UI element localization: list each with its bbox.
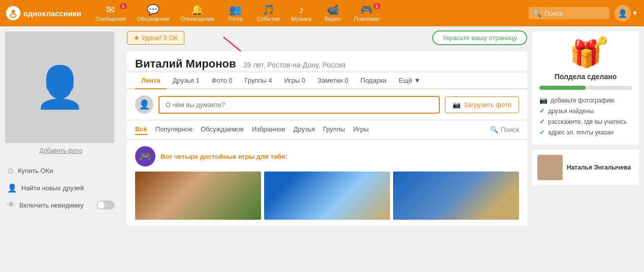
sidebar-buy-ok[interactable]: ⊙ Купить ОКи [5,162,117,180]
top-navigation: одноклассники ✉ Сообщения 1 💬 Обсуждения… [0,0,644,26]
page-content: 👤 Добавить фото ⊙ Купить ОКи 👤 Найти нов… [0,26,644,226]
messages-badge: 1 [120,3,127,9]
nav-messages[interactable]: ✉ Сообщения 1 [90,3,131,24]
checklist: 📷 добавьте фотографию ✔ друзья найдены ✔… [539,95,632,138]
tab-more[interactable]: Ещё ▼ [393,73,427,89]
feed-search[interactable]: 🔍 Поиск [490,126,519,133]
checklist-item-3: ✔ расскажите, где вы учились [539,116,632,127]
tab-groups[interactable]: Группы 4 [239,73,278,89]
svg-point-1 [10,14,16,18]
logo-icon [6,6,20,20]
game-rec-header: 🎮 Вот четыре достойные игры для тебя: [135,146,519,166]
progress-bar-fill [539,86,586,90]
game-thumb-2[interactable] [264,172,390,220]
filter-popular[interactable]: Популярное [155,124,192,135]
tab-photo[interactable]: Фото 0 [206,73,239,89]
uncheck-icon-1: 📷 [539,96,548,104]
filter-all[interactable]: Всё [135,124,147,135]
video-icon: 📹 [327,5,339,15]
friend-suggestion[interactable]: Наталья Энгалычева [532,150,639,185]
nav-guests-label: Гости [229,16,243,22]
luck-button[interactable]: ★ Удачи! 0 ОК [127,31,184,45]
game-thumb-1[interactable] [135,172,261,220]
right-sidebar: 🎁 🔑 Полдела сделано 📷 добавьте фотографи… [532,26,644,226]
nav-messages-label: Сообщения [95,16,126,22]
nav-items: ✉ Сообщения 1 💬 Обсуждения 🔔 Опонещения … [90,3,529,24]
profile-age-location: 39 лет, Ростов-на-Дону, Россия [243,61,346,69]
post-input[interactable] [158,96,440,114]
game-recommendation: 🎮 Вот четыре достойные игры для тебя: [127,140,527,226]
svg-point-0 [12,10,15,13]
nav-events[interactable]: 🎵 События [252,3,285,24]
profile-photo-placeholder: 👤 [35,63,85,111]
opinions-icon: 🔔 [191,5,204,15]
user-menu-arrow[interactable]: ▼ [632,10,638,17]
filter-friends[interactable]: Друзья [294,124,315,135]
post-box: 👤 📷 Загрузить фото [127,89,527,120]
buy-ok-label: Купить ОКи [18,167,53,175]
nav-events-label: События [257,16,280,22]
filter-discussed[interactable]: Обсуждаемое [201,124,244,135]
filter-groups[interactable]: Группы [323,124,345,135]
post-avatar: 👤 [135,95,153,114]
profile-photo-box: 👤 [5,31,114,143]
upload-photo-label: Загрузить фото [464,101,511,109]
filter-games[interactable]: Игры [353,124,369,135]
luck-bar: ★ Удачи! 0 ОК Украсьте вашу страницу [127,26,527,49]
nav-games-label: Платёжки [354,16,379,22]
find-friends-label: Найти новых друзей [21,184,84,192]
music-icon: ♪ [299,5,304,15]
messages-icon: ✉ [106,5,115,15]
add-photo-link[interactable]: Добавить фото [5,147,117,154]
feed-search-label: Поиск [501,126,519,133]
invisible-toggle[interactable] [96,200,115,210]
keys-icon: 🔑 [594,36,607,49]
nav-games[interactable]: 🎮 Платёжки 1 [349,3,384,24]
tab-gifts[interactable]: Подарки [355,73,393,89]
logo-text: одноклассники [23,9,81,18]
upload-photo-button[interactable]: 📷 Загрузить фото [445,96,519,113]
game-thumb-3[interactable] [393,172,519,220]
events-icon: 🎵 [262,5,275,15]
nav-music-label: Музыка [292,16,311,22]
search-input[interactable] [544,10,605,17]
nav-discussions-label: Обсуждения [137,16,170,22]
checklist-item-2: ✔ друзья найдены [539,106,632,116]
guests-icon: 👥 [229,5,242,15]
feed-search-icon: 🔍 [490,126,498,133]
profile-tabs: Лента Друзья 1 Фото 0 Группы 4 Игры 0 За… [127,73,527,89]
tab-notes[interactable]: Заметки 0 [311,73,355,89]
game-rec-title: Вот четыре достойные игры для тебя: [160,153,287,160]
nav-discussions[interactable]: 💬 Обсуждения [132,3,175,24]
decorate-page-button[interactable]: Украсьте вашу страницу [432,30,527,45]
tab-feed[interactable]: Лента [135,73,167,89]
sidebar-invisible[interactable]: 👁 Включить невидимку [5,197,117,214]
filter-favorites[interactable]: Избранное [252,124,285,135]
sidebar-find-friends[interactable]: 👤 Найти новых друзей [5,180,117,197]
search-icon: 🔍 [533,9,541,17]
nav-music[interactable]: ♪ Музыка [286,3,316,24]
user-avatar[interactable]: 👤 [615,5,631,21]
profile-name: Виталий Миронов 39 лет, Ростов-на-Дону, … [135,57,519,71]
checklist-item-1: 📷 добавьте фотографию [539,95,632,106]
logo[interactable]: одноклассники [6,6,81,20]
profile-name-text: Виталий Миронов [135,57,236,70]
friend-name: Наталья Энгалычева [567,164,631,171]
game-rec-icon: 🎮 [135,146,155,166]
check-icon-3: ✔ [539,118,545,125]
buy-ok-icon: ⊙ [7,166,14,176]
nav-video[interactable]: 📹 Видео [317,3,348,24]
search-box[interactable]: 🔍 [529,7,609,19]
camera-icon: 📷 [453,101,461,109]
promo-icon-wrap: 🎁 🔑 [569,39,602,70]
invisible-label: Включить невидимку [19,201,84,209]
nav-opinions[interactable]: 🔔 Опонещения [176,3,219,24]
tab-friends[interactable]: Друзья 1 [167,73,206,89]
find-friends-icon: 👤 [7,183,17,193]
game-images [135,172,519,220]
nav-guests[interactable]: 👥 Гости [220,3,251,24]
progress-bar [539,86,632,90]
friend-thumb [537,155,563,180]
games-badge: 1 [373,3,380,9]
tab-games[interactable]: Игры 0 [278,73,312,89]
